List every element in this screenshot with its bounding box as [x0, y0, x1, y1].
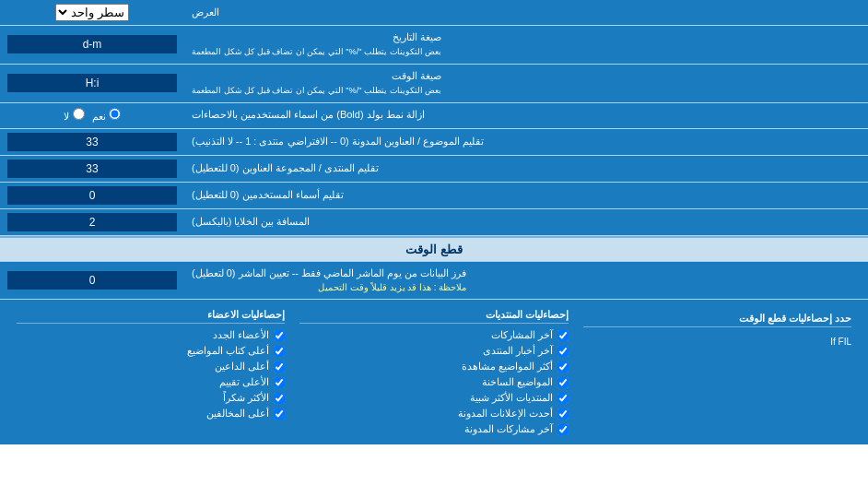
- cb-blog-posts: آخر مشاركات المدونة: [299, 423, 568, 435]
- lines-select[interactable]: سطر واحد: [55, 4, 129, 21]
- user-names-input[interactable]: [7, 186, 177, 205]
- time-format-text: صيغة الوقتبعض التكوينات يتطلب "/%" التي …: [192, 69, 441, 98]
- space-cells-row: المسافة بين الخلايا (بالبكسل): [0, 209, 868, 236]
- forums-stats-header: إحصاءليات المنتديات: [299, 309, 568, 324]
- bold-yes-radio[interactable]: [109, 108, 121, 120]
- display-row: العرض سطر واحد: [0, 0, 868, 26]
- members-stats-header: إحصاءليات الاعضاء: [17, 309, 285, 324]
- user-names-text: تقليم أسماء المستخدمين (0 للتعطيل): [192, 188, 344, 202]
- realtime-section-header: قطع الوقت: [0, 236, 868, 262]
- bold-no-radio[interactable]: [73, 108, 85, 120]
- cb-top-violators: أعلى المخالفين: [17, 408, 285, 420]
- cb-latest-announcements-input[interactable]: [557, 408, 569, 420]
- cb-new-members: الأعضاء الجدد: [17, 329, 285, 341]
- topic-address-label: تقليم الموضوع / العناوين المدونة (0 -- ا…: [184, 129, 868, 155]
- user-names-input-cell: [0, 183, 184, 208]
- bold-yes-label: نعم: [92, 108, 121, 123]
- time-format-label: صيغة الوقتبعض التكوينات يتطلب "/%" التي …: [184, 65, 868, 102]
- space-cells-input-cell: [0, 209, 184, 235]
- space-cells-text: المسافة بين الخلايا (بالبكسل): [192, 215, 311, 229]
- cb-top-rated: الأعلى تقييم: [17, 376, 285, 388]
- limit-col-header: حدد إحصاءليات قطع الوقت: [583, 313, 851, 327]
- bold-label: ازالة نمط بولد (Bold) من اسماء المستخدمي…: [184, 103, 868, 128]
- forum-address-row: تقليم المنتدى / المجموعة العناوين (0 للت…: [0, 156, 868, 183]
- if-fil-text: If FIL: [583, 337, 851, 347]
- cb-blog-posts-input[interactable]: [557, 424, 569, 435]
- fetch-input[interactable]: [7, 271, 177, 290]
- user-names-row: تقليم أسماء المستخدمين (0 للتعطيل): [0, 183, 868, 209]
- cb-hot-topics: المواضيع الساخنة: [299, 376, 568, 388]
- time-format-input[interactable]: [7, 74, 177, 92]
- cb-last-posts-input[interactable]: [557, 330, 569, 341]
- cb-most-thanked-input[interactable]: [274, 393, 285, 404]
- bold-row: ازالة نمط بولد (Bold) من اسماء المستخدمي…: [0, 103, 868, 129]
- fetch-text: فرز البيانات من يوم الماشر الماضي فقط --…: [192, 266, 466, 295]
- limit-label-text: حدد إحصاءليات قطع الوقت: [739, 313, 851, 324]
- cb-top-rated-input[interactable]: [274, 377, 285, 388]
- cb-forum-news: آخر أخبار المنتدى: [299, 345, 568, 357]
- cb-top-topic-writers: أعلى كتاب المواضيع: [17, 345, 285, 357]
- fetch-label: فرز البيانات من يوم الماشر الماضي فقط --…: [184, 262, 868, 300]
- members-stats-col: إحصاءليات الاعضاء الأعضاء الجدد أعلى كتا…: [9, 305, 292, 439]
- cb-top-inviters: أعلى الداعين: [17, 361, 285, 373]
- space-cells-label: المسافة بين الخلايا (بالبكسل): [184, 209, 868, 235]
- time-format-input-cell: [0, 65, 184, 102]
- date-format-input-cell: [0, 26, 184, 64]
- cb-most-thanked: الأكثر شكراً: [17, 392, 285, 404]
- forum-address-input-cell: [0, 156, 184, 182]
- cb-top-inviters-input[interactable]: [274, 361, 285, 373]
- bold-no-label: لا: [64, 108, 84, 123]
- cb-most-like-forums-input[interactable]: [557, 393, 569, 404]
- cb-most-like-forums: المنتديات الأكثر شبية: [299, 392, 568, 404]
- cb-most-viewed-input[interactable]: [557, 361, 569, 373]
- user-names-label: تقليم أسماء المستخدمين (0 للتعطيل): [184, 183, 868, 208]
- topic-address-input[interactable]: [7, 133, 177, 151]
- forums-stats-col: إحصاءليات المنتديات آخر المشاركات آخر أخ…: [292, 305, 575, 439]
- limit-label-col: حدد إحصاءليات قطع الوقت If FIL: [576, 305, 859, 439]
- cb-hot-topics-input[interactable]: [557, 377, 569, 388]
- display-label: العرض: [184, 0, 868, 25]
- date-format-input[interactable]: [7, 35, 177, 53]
- cb-new-members-input[interactable]: [274, 330, 285, 341]
- topic-address-input-cell: [0, 129, 184, 155]
- fetch-row: فرز البيانات من يوم الماشر الماضي فقط --…: [0, 262, 868, 301]
- display-title-text: العرض: [192, 6, 219, 18]
- time-format-row: صيغة الوقتبعض التكوينات يتطلب "/%" التي …: [0, 65, 868, 103]
- forum-address-text: تقليم المنتدى / المجموعة العناوين (0 للت…: [192, 161, 379, 175]
- cb-top-violators-input[interactable]: [274, 408, 285, 420]
- forum-address-label: تقليم المنتدى / المجموعة العناوين (0 للت…: [184, 156, 868, 182]
- forum-address-input[interactable]: [7, 160, 177, 178]
- topic-address-row: تقليم الموضوع / العناوين المدونة (0 -- ا…: [0, 129, 868, 156]
- cb-last-posts: آخر المشاركات: [299, 329, 568, 341]
- cb-latest-announcements: أحدث الإعلانات المدونة: [299, 408, 568, 420]
- topic-address-text: تقليم الموضوع / العناوين المدونة (0 -- ا…: [192, 135, 484, 148]
- checkboxes-row: حدد إحصاءليات قطع الوقت If FIL إحصاءليات…: [9, 305, 859, 439]
- space-cells-input[interactable]: [7, 213, 177, 231]
- cb-most-viewed: أكثر المواضيع مشاهدة: [299, 361, 568, 373]
- realtime-section-title: قطع الوقت: [405, 243, 463, 256]
- fetch-input-cell: [0, 262, 184, 300]
- date-format-row: صيغة التاريخبعض التكوينات يتطلب "/%" الت…: [0, 26, 868, 65]
- cb-forum-news-input[interactable]: [557, 346, 569, 357]
- cb-top-topic-writers-input[interactable]: [274, 346, 285, 357]
- bold-radio-cell: نعم لا: [0, 103, 184, 128]
- checkboxes-section: حدد إحصاءليات قطع الوقت If FIL إحصاءليات…: [0, 300, 868, 444]
- top-select-cell: سطر واحد: [0, 0, 184, 25]
- date-format-label: صيغة التاريخبعض التكوينات يتطلب "/%" الت…: [184, 26, 868, 64]
- date-format-text: صيغة التاريخبعض التكوينات يتطلب "/%" الت…: [192, 30, 441, 59]
- bold-text: ازالة نمط بولد (Bold) من اسماء المستخدمي…: [192, 108, 425, 122]
